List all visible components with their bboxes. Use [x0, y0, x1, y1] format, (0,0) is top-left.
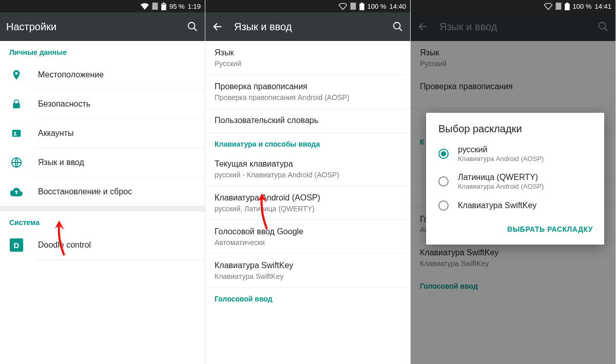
item-google-voice[interactable]: Голосовой ввод Google Автоматически [205, 220, 410, 253]
item-title: Текущая клавиатура [215, 159, 401, 170]
svg-rect-11 [566, 3, 568, 4]
no-sim-icon [152, 3, 158, 10]
status-bar: 100 % 14:41 [411, 0, 615, 12]
page-title: Настройки [6, 21, 176, 33]
item-label: Безопасность [38, 99, 196, 110]
svg-rect-1 [163, 3, 165, 4]
clock: 14:41 [594, 3, 611, 10]
item-label: Doodle control [38, 240, 196, 251]
battery-icon [565, 3, 570, 10]
layout-picker-dialog: Выбор раскладки русский Клавиатура Andro… [426, 113, 604, 245]
settings-list: Личные данные Местоположение Безопасност… [0, 41, 205, 364]
layout-dialog-screen: 100 % 14:41 Язык и ввод Язык Русский Про… [411, 0, 616, 364]
item-spellcheck[interactable]: Проверка правописания Проверка правописа… [205, 75, 410, 108]
account-icon [9, 126, 24, 140]
dialog-title: Выбор раскладки [426, 123, 604, 140]
battery-percent: 100 % [368, 3, 387, 10]
option-title: Латиница (QWERTY) [458, 173, 544, 182]
option-title: русский [458, 145, 544, 154]
status-bar: 95 % 1:19 [0, 0, 205, 12]
item-subtitle: русский, Латиница (QWERTY) [215, 205, 401, 213]
appbar-scrim [411, 12, 615, 41]
divider [36, 259, 205, 260]
wifi-icon [141, 3, 149, 10]
sidebar-item-accounts[interactable]: Аккаунты [0, 119, 205, 148]
item-title: Пользовательский словарь [215, 115, 401, 126]
battery-icon [161, 3, 166, 10]
section-system: Система [0, 211, 205, 231]
dialog-option-swiftkey[interactable]: Клавиатура SwiftKey [426, 195, 604, 216]
radio-checked-icon [438, 149, 449, 159]
sidebar-item-security[interactable]: Безопасность [0, 90, 205, 118]
back-icon[interactable] [211, 21, 224, 33]
globe-icon [9, 155, 24, 170]
item-title: Проверка правописания [215, 82, 401, 92]
battery-percent: 95 % [169, 3, 185, 10]
svg-rect-2 [162, 4, 166, 4]
no-sim-icon [350, 3, 356, 10]
item-title: Голосовой ввод Google [215, 227, 401, 237]
item-subtitle: русский - Клавиатура Android (AOSP) [215, 171, 401, 179]
battery-percent: 100 % [573, 3, 592, 10]
app-bar: Язык и ввод [205, 12, 410, 41]
svg-rect-7 [359, 3, 364, 10]
svg-rect-8 [361, 3, 363, 4]
search-icon[interactable] [186, 21, 199, 33]
language-input-screen: 100 % 14:40 Язык и ввод Язык Русский Про… [205, 0, 411, 364]
svg-point-3 [188, 23, 195, 29]
location-icon [9, 68, 24, 82]
item-label: Язык и ввод [38, 157, 196, 168]
clock: 1:19 [188, 3, 201, 10]
item-title: Язык [215, 48, 401, 58]
item-label: Аккаунты [38, 128, 196, 139]
sidebar-item-doodle[interactable]: D Doodle control [0, 231, 205, 259]
page-title: Язык и ввод [234, 21, 381, 33]
section-keyboard: Клавиатура и способы ввода [205, 133, 410, 152]
sidebar-item-language[interactable]: Язык и ввод [0, 148, 205, 177]
item-subtitle: Русский [215, 59, 401, 68]
svg-rect-10 [565, 3, 569, 10]
radio-unchecked-icon [438, 200, 449, 211]
option-subtitle: Клавиатура Android (AOSP) [458, 183, 544, 190]
item-user-dictionary[interactable]: Пользовательский словарь [205, 109, 410, 133]
sidebar-item-location[interactable]: Местоположение [0, 60, 205, 89]
section-personal: Личные данные [0, 41, 205, 60]
language-list: Язык Русский Проверка правописания Прове… [205, 41, 410, 364]
choose-layout-button[interactable]: ВЫБРАТЬ РАСКЛАДКУ [503, 220, 597, 238]
svg-rect-4 [12, 130, 21, 136]
item-aosp-keyboard[interactable]: Клавиатура Android (AOSP) русский, Латин… [205, 186, 410, 219]
lock-icon [9, 97, 24, 111]
doodle-icon: D [9, 238, 24, 252]
option-title: Клавиатура SwiftKey [458, 201, 536, 210]
item-language[interactable]: Язык Русский [205, 41, 410, 74]
battery-icon [359, 3, 364, 10]
item-swiftkey[interactable]: Клавиатура SwiftKey Клавиатура SwiftKey [205, 254, 410, 287]
radio-unchecked-icon [438, 176, 449, 187]
app-bar: Настройки [0, 12, 205, 41]
dialog-option-latin-qwerty[interactable]: Латиница (QWERTY) Клавиатура Android (AO… [426, 168, 604, 195]
dialog-option-russian[interactable]: русский Клавиатура Android (AOSP) [426, 140, 604, 168]
option-subtitle: Клавиатура Android (AOSP) [458, 155, 544, 163]
item-title: Клавиатура SwiftKey [215, 260, 401, 271]
svg-point-5 [14, 132, 16, 134]
section-voice: Голосовой ввод [205, 288, 410, 307]
wifi-icon [339, 3, 347, 10]
clock: 14:40 [389, 3, 406, 10]
no-sim-icon [555, 3, 562, 10]
item-label: Восстановление и сброс [38, 187, 196, 197]
svg-rect-0 [161, 3, 166, 10]
search-icon[interactable] [392, 21, 404, 33]
status-bar: 100 % 14:40 [205, 0, 410, 12]
wifi-icon [544, 3, 552, 10]
item-subtitle: Автоматически [215, 238, 401, 247]
language-list-dimmed: Язык Русский Проверка правописания К Гол… [411, 41, 615, 364]
item-subtitle: Проверка правописания Android (AOSP) [215, 93, 401, 102]
backup-icon [9, 185, 24, 199]
svg-point-9 [394, 23, 400, 29]
section-gap [0, 206, 205, 211]
item-label: Местоположение [38, 70, 196, 80]
item-subtitle: Клавиатура SwiftKey [215, 272, 401, 280]
item-current-keyboard[interactable]: Текущая клавиатура русский - Клавиатура … [205, 152, 410, 186]
item-title: Клавиатура Android (AOSP) [215, 193, 401, 204]
sidebar-item-backup-reset[interactable]: Восстановление и сброс [0, 177, 205, 206]
